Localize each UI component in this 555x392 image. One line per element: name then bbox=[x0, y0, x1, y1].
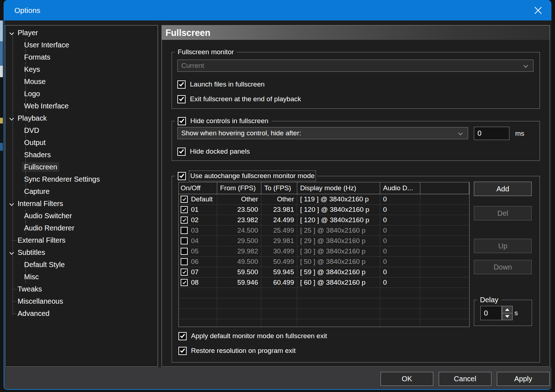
sidebar-item[interactable]: DVD bbox=[5, 124, 158, 136]
table-row[interactable] bbox=[179, 298, 469, 309]
delay-input[interactable]: 0 bbox=[480, 306, 502, 320]
to-fps: Other bbox=[261, 194, 297, 204]
sidebar-item[interactable]: Playback bbox=[5, 112, 158, 124]
sidebar-item[interactable]: Shaders bbox=[5, 149, 158, 161]
row-checkbox[interactable] bbox=[181, 279, 188, 286]
table-row[interactable] bbox=[179, 309, 469, 319]
sidebar-item[interactable]: Player bbox=[5, 27, 158, 39]
ok-button[interactable]: OK bbox=[381, 372, 433, 386]
sidebar-item[interactable]: Output bbox=[5, 136, 158, 149]
chevron-down-icon[interactable] bbox=[9, 201, 14, 206]
empty-cell bbox=[420, 309, 469, 319]
sidebar-item[interactable]: Sync Renderer Settings bbox=[5, 173, 158, 185]
sidebar-item[interactable]: Internal Filters bbox=[5, 197, 158, 210]
audio-delay: 0 bbox=[380, 257, 420, 267]
to-fps: 50.499 bbox=[261, 257, 297, 267]
add-button[interactable]: Add bbox=[474, 182, 532, 196]
sidebar-item[interactable]: Default Style bbox=[5, 258, 158, 271]
sidebar-item[interactable]: Formats bbox=[5, 51, 158, 63]
display-mode: [ 29 ] @ 3840x2160 p bbox=[297, 236, 380, 246]
row-checkbox[interactable] bbox=[181, 269, 188, 276]
from-fps: 23.500 bbox=[217, 205, 261, 215]
sidebar-item[interactable]: Advanced bbox=[5, 307, 158, 319]
check-icon bbox=[180, 333, 185, 338]
row-checkbox[interactable] bbox=[181, 216, 188, 224]
sidebar-item[interactable]: Web Interface bbox=[5, 100, 158, 112]
exit-fullscreen-checkbox[interactable] bbox=[177, 95, 186, 103]
apply-button[interactable]: Apply bbox=[497, 372, 550, 386]
table-row[interactable]: 03 24.500 25.499 [ 25 ] @ 3840x2160 p 0 bbox=[179, 225, 469, 236]
column-header[interactable]: Display mode (Hz) bbox=[297, 182, 380, 194]
hide-behavior-select[interactable]: Show when hovering control, hide after: bbox=[177, 127, 468, 139]
sidebar-item-label: Mouse bbox=[22, 77, 48, 87]
sidebar-item[interactable]: Audio Switcher bbox=[5, 210, 158, 222]
sidebar-item[interactable]: Audio Renderer bbox=[5, 222, 158, 234]
sidebar-item[interactable]: Tweaks bbox=[5, 283, 158, 295]
check-icon bbox=[182, 270, 186, 274]
audio-delay bbox=[380, 288, 420, 298]
column-header[interactable]: Audio D... bbox=[380, 182, 420, 194]
sidebar-item[interactable]: Logo bbox=[5, 88, 158, 100]
down-button[interactable]: Down bbox=[474, 260, 532, 274]
display-mode: [ 60 ] @ 3840x2160 p bbox=[297, 277, 380, 288]
row-checkbox[interactable] bbox=[181, 237, 188, 244]
table-row[interactable]: 04 29.500 29.981 [ 29 ] @ 3840x2160 p 0 bbox=[179, 236, 469, 246]
row-checkbox[interactable] bbox=[181, 248, 188, 255]
column-header[interactable]: To (FPS) bbox=[261, 182, 297, 194]
sidebar-item[interactable]: Mouse bbox=[5, 75, 158, 88]
audio-delay: 0 bbox=[380, 236, 420, 246]
sidebar-item[interactable]: Subtitles bbox=[5, 246, 158, 258]
row-checkbox[interactable] bbox=[181, 258, 188, 265]
use-autochange-checkbox[interactable] bbox=[178, 172, 186, 180]
up-button[interactable]: Up bbox=[474, 239, 532, 253]
table-row[interactable] bbox=[179, 288, 469, 298]
mode-name: 07 bbox=[191, 268, 199, 276]
launch-fullscreen-checkbox[interactable] bbox=[177, 80, 186, 89]
row-checkbox[interactable] bbox=[181, 227, 188, 234]
chevron-down-icon[interactable] bbox=[9, 31, 14, 35]
restore-resolution-checkbox[interactable] bbox=[178, 347, 187, 355]
table-row[interactable]: 02 23.982 24.499 [ 120 ] @ 3840x2160 p 0 bbox=[179, 215, 469, 225]
sidebar-item[interactable]: User Interface bbox=[5, 39, 158, 51]
table-row[interactable]: 05 29.982 30.499 [ 30 ] @ 3840x2160 p 0 bbox=[179, 246, 469, 257]
close-icon[interactable] bbox=[530, 3, 546, 18]
hide-controls-checkbox[interactable] bbox=[178, 117, 186, 125]
cancel-button[interactable]: Cancel bbox=[439, 372, 491, 386]
sidebar-item[interactable]: Miscellaneous bbox=[5, 295, 158, 307]
table-row[interactable] bbox=[179, 319, 469, 327]
check-icon bbox=[182, 197, 186, 201]
chevron-down-icon[interactable] bbox=[9, 116, 14, 121]
audio-delay bbox=[380, 298, 420, 308]
apply-default-mode-checkbox[interactable] bbox=[178, 332, 187, 340]
ms-unit-label: ms bbox=[515, 130, 524, 137]
table-row[interactable]: 06 49.500 50.499 [ 50 ] @ 3840x2160 p 0 bbox=[179, 257, 469, 267]
column-header[interactable]: On/Off bbox=[179, 182, 217, 194]
fullscreen-monitor-select[interactable]: Current bbox=[177, 60, 533, 72]
row-checkbox[interactable] bbox=[181, 206, 188, 213]
check-icon bbox=[179, 148, 184, 153]
display-mode: [ 120 ] @ 3840x2160 p bbox=[297, 215, 380, 225]
table-row[interactable]: Default Other Other [ 119 ] @ 3840x2160 … bbox=[179, 194, 469, 205]
table-row[interactable]: 08 59.946 60.499 [ 60 ] @ 3840x2160 p 0 bbox=[179, 277, 469, 288]
spin-down-button[interactable] bbox=[502, 313, 513, 321]
audio-delay bbox=[380, 319, 420, 327]
row-checkbox[interactable] bbox=[181, 196, 188, 203]
title-bar[interactable]: Options bbox=[4, 0, 551, 20]
column-header[interactable]: From (FPS) bbox=[217, 182, 261, 194]
sidebar-item[interactable]: Fullscreen bbox=[5, 161, 158, 173]
sidebar-item[interactable]: Keys bbox=[5, 63, 158, 75]
hide-after-input[interactable]: 0 bbox=[474, 127, 509, 140]
sidebar-item[interactable]: Capture bbox=[5, 185, 158, 197]
hide-docked-panels-checkbox[interactable] bbox=[177, 148, 186, 156]
chevron-down-icon[interactable] bbox=[9, 250, 14, 255]
del-button[interactable]: Del bbox=[474, 206, 532, 220]
sidebar-item[interactable]: External Filters bbox=[5, 234, 158, 246]
to-fps: 59.945 bbox=[261, 267, 297, 277]
table-row[interactable]: 01 23.500 23.981 [ 120 ] @ 3840x2160 p 0 bbox=[179, 205, 469, 215]
sidebar-item[interactable]: Misc bbox=[5, 271, 158, 283]
to-fps: 24.499 bbox=[261, 215, 297, 225]
sidebar-item-label: Playback bbox=[15, 113, 49, 123]
empty-cell bbox=[420, 236, 469, 246]
table-row[interactable]: 07 59.500 59.945 [ 59 ] @ 3840x2160 p 0 bbox=[179, 267, 469, 277]
spin-up-button[interactable] bbox=[502, 306, 513, 313]
